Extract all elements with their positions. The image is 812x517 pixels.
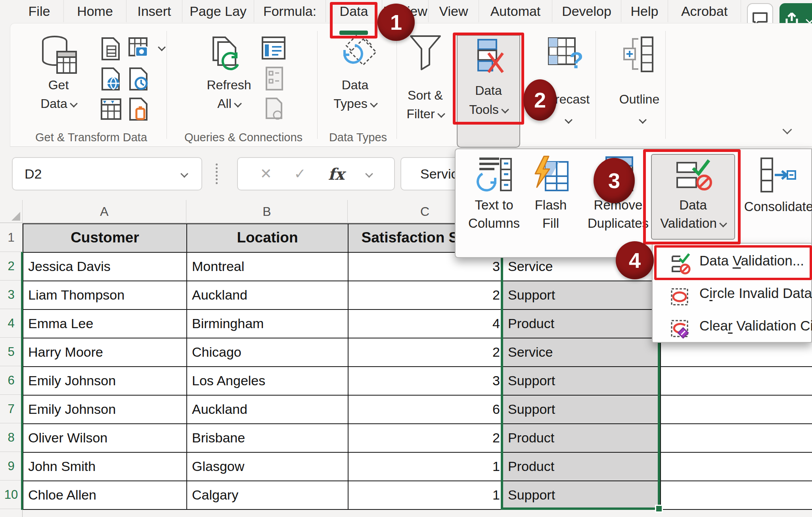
cell-d8[interactable]: Product xyxy=(503,424,661,453)
flash-fill-button[interactable]: Flash xyxy=(521,196,580,214)
from-table-range-icon[interactable] xyxy=(100,97,122,123)
tab-file[interactable]: File xyxy=(15,0,64,22)
tab-home[interactable]: Home xyxy=(64,0,126,22)
queries-connections-icon[interactable] xyxy=(262,37,286,62)
existing-connections-icon[interactable] xyxy=(128,97,150,123)
consolidate-button[interactable]: Consolidate xyxy=(739,198,812,216)
row-header-2[interactable]: 2 xyxy=(0,252,23,281)
get-data-button[interactable]: Get xyxy=(24,78,93,92)
cell-e7[interactable] xyxy=(661,396,812,424)
row-header-11-partial[interactable] xyxy=(0,509,23,517)
formula-bar-splitter[interactable] xyxy=(216,163,218,184)
cell-c3[interactable]: 2 xyxy=(349,281,503,310)
cell-b5[interactable]: Chicago xyxy=(187,338,349,367)
cell-d6[interactable]: Support xyxy=(503,367,661,396)
sort-filter-button-line2[interactable]: Filter xyxy=(396,107,454,121)
cell-b2[interactable]: Montreal xyxy=(187,253,349,281)
row-header-5[interactable]: 5 xyxy=(0,338,23,366)
cell-c9[interactable]: 1 xyxy=(349,453,503,481)
header-cell-location[interactable]: Location xyxy=(187,224,349,253)
recent-sources-icon[interactable] xyxy=(128,67,150,93)
from-text-icon[interactable] xyxy=(100,37,122,63)
formula-controls: ✕ ✓ fx xyxy=(237,157,395,190)
row-header-6[interactable]: 6 xyxy=(0,366,23,395)
tab-formulas[interactable]: Formula: xyxy=(254,0,326,22)
tab-page-layout[interactable]: Page Lay xyxy=(182,0,254,22)
cell-b10[interactable]: Calgary xyxy=(187,481,349,510)
cell-d7[interactable]: Support xyxy=(503,396,661,424)
data-types-button[interactable]: Data xyxy=(326,78,384,92)
cell-b8[interactable]: Brisbane xyxy=(187,424,349,453)
text-to-columns-button-line2[interactable]: Columns xyxy=(464,214,524,233)
text-to-columns-button[interactable]: Text to xyxy=(464,196,524,214)
cell-a7[interactable]: Emily Johnson xyxy=(23,396,187,424)
cell-b7[interactable]: Auckland xyxy=(187,396,349,424)
cell-b9[interactable]: Glasgow xyxy=(187,453,349,481)
cell-a9[interactable]: John Smith xyxy=(23,453,187,481)
cell-a8[interactable]: Oliver Wilson xyxy=(23,424,187,453)
enter-icon[interactable]: ✓ xyxy=(294,165,306,182)
menu-item-clear-validation-circles[interactable]: Clear Validation Ci xyxy=(699,315,812,337)
remove-duplicates-button-line2[interactable]: Duplicates xyxy=(584,214,652,233)
cell-e6[interactable] xyxy=(661,367,812,396)
tab-automate[interactable]: Automat xyxy=(479,0,552,22)
cell-d10[interactable]: Support xyxy=(503,481,661,510)
row-header-7[interactable]: 7 xyxy=(0,395,23,423)
tab-developer[interactable]: Develop xyxy=(552,0,621,22)
outline-group-label[interactable]: Outline xyxy=(611,92,668,107)
insert-function-icon[interactable]: fx xyxy=(328,165,345,183)
cancel-icon[interactable]: ✕ xyxy=(260,165,272,182)
cell-e8[interactable] xyxy=(661,424,812,453)
cell-e9[interactable] xyxy=(661,453,812,481)
cell-d5[interactable]: Service xyxy=(503,338,661,367)
name-box-chevron-icon[interactable] xyxy=(180,170,188,178)
cell-c10[interactable]: 1 xyxy=(349,481,503,510)
cell-a5[interactable]: Harry Moore xyxy=(23,338,187,367)
cell-c8[interactable]: 2 xyxy=(349,424,503,453)
row-header-1[interactable]: 1 xyxy=(0,223,23,252)
flash-fill-button-line2[interactable]: Fill xyxy=(521,214,580,233)
cell-d4[interactable]: Product xyxy=(503,310,661,338)
cell-c7[interactable]: 6 xyxy=(349,396,503,424)
cell-a6[interactable]: Emily Johnson xyxy=(23,367,187,396)
row-header-4[interactable]: 4 xyxy=(0,309,23,338)
cell-a10[interactable]: Chloe Allen xyxy=(23,481,187,510)
fx-chevron-icon[interactable] xyxy=(365,170,373,178)
column-header-a[interactable]: A xyxy=(23,200,186,223)
from-web-icon[interactable] xyxy=(100,67,122,93)
from-picture-icon[interactable] xyxy=(128,37,150,63)
sort-filter-button[interactable]: Sort & xyxy=(396,88,454,103)
tab-acrobat[interactable]: Acrobat xyxy=(668,0,741,22)
row-header-3[interactable]: 3 xyxy=(0,281,23,309)
cell-d9[interactable]: Product xyxy=(503,453,661,481)
refresh-all-chevron-icon xyxy=(234,100,242,108)
cell-a3[interactable]: Liam Thompson xyxy=(23,281,187,310)
fill-handle[interactable] xyxy=(655,505,663,513)
cell-b6[interactable]: Los Angeles xyxy=(187,367,349,396)
name-box[interactable]: D2 xyxy=(12,157,202,190)
row-header-8[interactable]: 8 xyxy=(0,423,23,452)
cell-c4[interactable]: 4 xyxy=(349,310,503,338)
get-data-button-line2[interactable]: Data xyxy=(24,96,93,111)
header-cell-customer[interactable]: Customer xyxy=(23,224,187,253)
row-header-10[interactable]: 10 xyxy=(0,480,23,509)
tab-insert[interactable]: Insert xyxy=(126,0,182,22)
cell-a2[interactable]: Jessica Davis xyxy=(23,253,187,281)
cell-b3[interactable]: Auckland xyxy=(187,281,349,310)
refresh-all-button-line2[interactable]: All xyxy=(200,96,258,111)
refresh-all-button[interactable]: Refresh xyxy=(200,78,258,92)
step-badge-1: 1 xyxy=(377,4,415,41)
cell-d3[interactable]: Support xyxy=(503,281,661,310)
row-header-9[interactable]: 9 xyxy=(0,452,23,480)
cell-c5[interactable]: 2 xyxy=(349,338,503,367)
column-header-b[interactable]: B xyxy=(186,200,348,223)
cell-c6[interactable]: 3 xyxy=(349,367,503,396)
cell-a4[interactable]: Emma Lee xyxy=(23,310,187,338)
select-all-corner[interactable] xyxy=(0,200,23,223)
cell-b4[interactable]: Birmingham xyxy=(187,310,349,338)
tab-view[interactable]: View xyxy=(429,0,479,22)
menu-item-circle-invalid-data[interactable]: Circle Invalid Data xyxy=(699,282,812,304)
cell-e10[interactable] xyxy=(661,481,812,510)
data-types-button-line2[interactable]: Types xyxy=(326,96,384,111)
tab-help[interactable]: Help xyxy=(621,0,668,22)
